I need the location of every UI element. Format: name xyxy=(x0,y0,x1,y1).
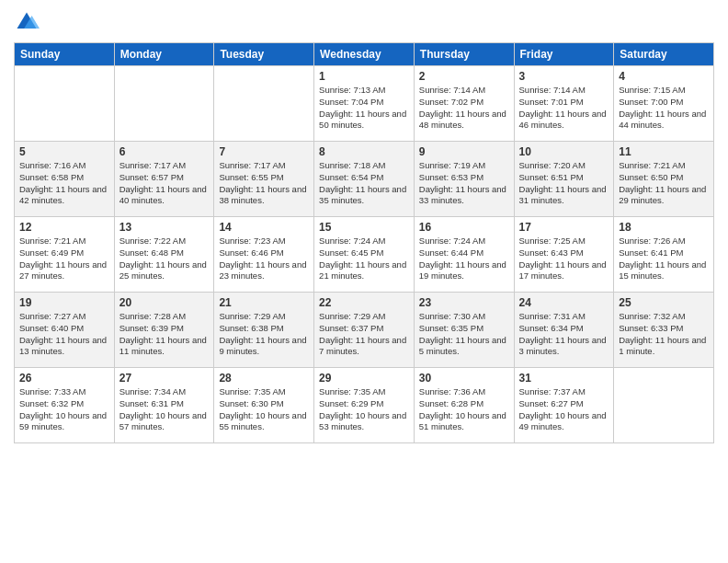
day-info: Sunrise: 7:35 AM Sunset: 6:30 PM Dayligh… xyxy=(219,386,309,433)
day-number: 5 xyxy=(19,145,109,158)
day-info: Sunrise: 7:27 AM Sunset: 6:40 PM Dayligh… xyxy=(19,311,109,358)
day-number: 9 xyxy=(419,145,509,158)
day-number: 22 xyxy=(319,296,409,309)
day-number: 2 xyxy=(419,70,509,83)
day-number: 17 xyxy=(519,221,609,234)
calendar-week-row: 12Sunrise: 7:21 AM Sunset: 6:49 PM Dayli… xyxy=(15,217,714,293)
calendar-cell: 14Sunrise: 7:23 AM Sunset: 6:46 PM Dayli… xyxy=(214,217,314,293)
logo-icon xyxy=(14,9,40,35)
calendar-cell: 23Sunrise: 7:30 AM Sunset: 6:35 PM Dayli… xyxy=(414,293,514,368)
day-number: 14 xyxy=(219,221,309,234)
day-info: Sunrise: 7:14 AM Sunset: 7:02 PM Dayligh… xyxy=(419,85,509,132)
day-number: 31 xyxy=(519,372,609,385)
calendar-cell: 13Sunrise: 7:22 AM Sunset: 6:48 PM Dayli… xyxy=(114,217,214,293)
calendar-cell: 12Sunrise: 7:21 AM Sunset: 6:49 PM Dayli… xyxy=(15,217,115,293)
day-info: Sunrise: 7:29 AM Sunset: 6:37 PM Dayligh… xyxy=(319,311,409,358)
day-number: 24 xyxy=(519,296,609,309)
day-info: Sunrise: 7:30 AM Sunset: 6:35 PM Dayligh… xyxy=(419,311,509,358)
calendar-cell xyxy=(15,66,115,142)
calendar-cell: 27Sunrise: 7:34 AM Sunset: 6:31 PM Dayli… xyxy=(114,368,214,443)
calendar-cell: 15Sunrise: 7:24 AM Sunset: 6:45 PM Dayli… xyxy=(314,217,415,293)
calendar-cell: 11Sunrise: 7:21 AM Sunset: 6:50 PM Dayli… xyxy=(614,142,714,217)
calendar-cell: 6Sunrise: 7:17 AM Sunset: 6:57 PM Daylig… xyxy=(114,142,214,217)
day-header-tuesday: Tuesday xyxy=(214,43,314,66)
day-info: Sunrise: 7:36 AM Sunset: 6:28 PM Dayligh… xyxy=(419,386,509,433)
calendar-cell: 2Sunrise: 7:14 AM Sunset: 7:02 PM Daylig… xyxy=(414,66,514,142)
calendar-cell: 8Sunrise: 7:18 AM Sunset: 6:54 PM Daylig… xyxy=(314,142,415,217)
calendar-week-row: 1Sunrise: 7:13 AM Sunset: 7:04 PM Daylig… xyxy=(15,66,714,142)
day-info: Sunrise: 7:20 AM Sunset: 6:51 PM Dayligh… xyxy=(519,160,609,207)
calendar-cell: 21Sunrise: 7:29 AM Sunset: 6:38 PM Dayli… xyxy=(214,293,314,368)
day-info: Sunrise: 7:22 AM Sunset: 6:48 PM Dayligh… xyxy=(119,236,210,282)
calendar-week-row: 5Sunrise: 7:16 AM Sunset: 6:58 PM Daylig… xyxy=(15,142,714,217)
day-info: Sunrise: 7:24 AM Sunset: 6:44 PM Dayligh… xyxy=(419,236,509,282)
calendar-cell xyxy=(114,66,214,142)
day-number: 15 xyxy=(319,221,409,234)
day-number: 11 xyxy=(619,145,709,158)
calendar-cell: 18Sunrise: 7:26 AM Sunset: 6:41 PM Dayli… xyxy=(614,217,714,293)
day-info: Sunrise: 7:23 AM Sunset: 6:46 PM Dayligh… xyxy=(219,236,309,282)
day-number: 26 xyxy=(19,372,109,385)
day-info: Sunrise: 7:31 AM Sunset: 6:34 PM Dayligh… xyxy=(519,311,609,358)
day-number: 23 xyxy=(419,296,509,309)
day-info: Sunrise: 7:34 AM Sunset: 6:31 PM Dayligh… xyxy=(119,386,210,433)
calendar-cell: 17Sunrise: 7:25 AM Sunset: 6:43 PM Dayli… xyxy=(514,217,614,293)
calendar-cell: 10Sunrise: 7:20 AM Sunset: 6:51 PM Dayli… xyxy=(514,142,614,217)
day-number: 8 xyxy=(319,145,409,158)
day-info: Sunrise: 7:33 AM Sunset: 6:32 PM Dayligh… xyxy=(19,386,109,433)
day-number: 4 xyxy=(619,70,709,83)
day-number: 28 xyxy=(219,372,309,385)
calendar-cell: 20Sunrise: 7:28 AM Sunset: 6:39 PM Dayli… xyxy=(114,293,214,368)
day-info: Sunrise: 7:25 AM Sunset: 6:43 PM Dayligh… xyxy=(519,236,609,282)
calendar-cell: 24Sunrise: 7:31 AM Sunset: 6:34 PM Dayli… xyxy=(514,293,614,368)
day-header-sunday: Sunday xyxy=(15,43,115,66)
day-number: 29 xyxy=(319,372,409,385)
day-info: Sunrise: 7:19 AM Sunset: 6:53 PM Dayligh… xyxy=(419,160,509,207)
day-info: Sunrise: 7:21 AM Sunset: 6:49 PM Dayligh… xyxy=(19,236,109,282)
day-header-wednesday: Wednesday xyxy=(314,43,415,66)
day-header-thursday: Thursday xyxy=(414,43,514,66)
day-number: 7 xyxy=(219,145,309,158)
day-number: 6 xyxy=(119,145,210,158)
logo xyxy=(14,9,41,35)
day-number: 1 xyxy=(319,70,409,83)
header xyxy=(14,9,714,35)
calendar-cell: 9Sunrise: 7:19 AM Sunset: 6:53 PM Daylig… xyxy=(414,142,514,217)
day-info: Sunrise: 7:26 AM Sunset: 6:41 PM Dayligh… xyxy=(619,236,709,282)
day-info: Sunrise: 7:28 AM Sunset: 6:39 PM Dayligh… xyxy=(119,311,210,358)
calendar-cell xyxy=(214,66,314,142)
calendar: SundayMondayTuesdayWednesdayThursdayFrid… xyxy=(14,42,714,443)
day-info: Sunrise: 7:21 AM Sunset: 6:50 PM Dayligh… xyxy=(619,160,709,207)
calendar-week-row: 19Sunrise: 7:27 AM Sunset: 6:40 PM Dayli… xyxy=(15,293,714,368)
day-info: Sunrise: 7:18 AM Sunset: 6:54 PM Dayligh… xyxy=(319,160,409,207)
page: SundayMondayTuesdayWednesdayThursdayFrid… xyxy=(0,0,728,563)
calendar-cell xyxy=(614,368,714,443)
day-info: Sunrise: 7:16 AM Sunset: 6:58 PM Dayligh… xyxy=(19,160,109,207)
calendar-cell: 16Sunrise: 7:24 AM Sunset: 6:44 PM Dayli… xyxy=(414,217,514,293)
calendar-cell: 1Sunrise: 7:13 AM Sunset: 7:04 PM Daylig… xyxy=(314,66,415,142)
calendar-cell: 3Sunrise: 7:14 AM Sunset: 7:01 PM Daylig… xyxy=(514,66,614,142)
day-number: 10 xyxy=(519,145,609,158)
day-info: Sunrise: 7:35 AM Sunset: 6:29 PM Dayligh… xyxy=(319,386,409,433)
day-number: 19 xyxy=(19,296,109,309)
day-number: 3 xyxy=(519,70,609,83)
calendar-cell: 4Sunrise: 7:15 AM Sunset: 7:00 PM Daylig… xyxy=(614,66,714,142)
day-info: Sunrise: 7:17 AM Sunset: 6:55 PM Dayligh… xyxy=(219,160,309,207)
day-info: Sunrise: 7:32 AM Sunset: 6:33 PM Dayligh… xyxy=(619,311,709,358)
day-number: 21 xyxy=(219,296,309,309)
calendar-cell: 28Sunrise: 7:35 AM Sunset: 6:30 PM Dayli… xyxy=(214,368,314,443)
day-number: 20 xyxy=(119,296,210,309)
calendar-cell: 7Sunrise: 7:17 AM Sunset: 6:55 PM Daylig… xyxy=(214,142,314,217)
day-header-monday: Monday xyxy=(114,43,214,66)
day-info: Sunrise: 7:37 AM Sunset: 6:27 PM Dayligh… xyxy=(519,386,609,433)
calendar-week-row: 26Sunrise: 7:33 AM Sunset: 6:32 PM Dayli… xyxy=(15,368,714,443)
calendar-cell: 26Sunrise: 7:33 AM Sunset: 6:32 PM Dayli… xyxy=(15,368,115,443)
day-number: 27 xyxy=(119,372,210,385)
calendar-cell: 5Sunrise: 7:16 AM Sunset: 6:58 PM Daylig… xyxy=(15,142,115,217)
day-header-saturday: Saturday xyxy=(614,43,714,66)
day-number: 18 xyxy=(619,221,709,234)
calendar-cell: 19Sunrise: 7:27 AM Sunset: 6:40 PM Dayli… xyxy=(15,293,115,368)
day-header-friday: Friday xyxy=(514,43,614,66)
calendar-cell: 29Sunrise: 7:35 AM Sunset: 6:29 PM Dayli… xyxy=(314,368,415,443)
calendar-cell: 31Sunrise: 7:37 AM Sunset: 6:27 PM Dayli… xyxy=(514,368,614,443)
